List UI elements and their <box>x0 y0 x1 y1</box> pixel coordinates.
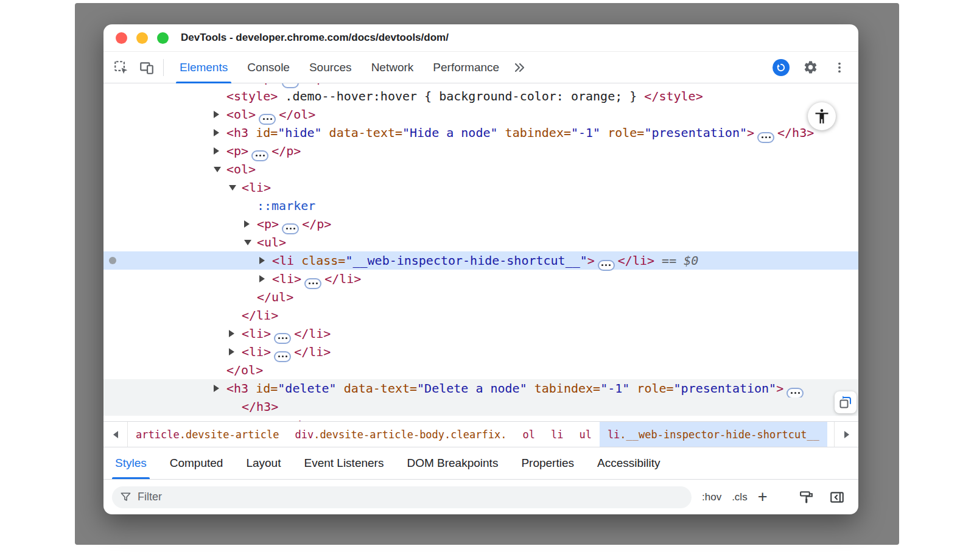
expand-arrow-icon[interactable] <box>259 275 265 282</box>
inline-expand-button[interactable] <box>274 351 291 362</box>
expand-arrow-icon[interactable] <box>214 111 219 118</box>
dom-tree-row[interactable]: <style> .demo--hover:hover { background-… <box>103 87 858 105</box>
dom-tree-row[interactable]: </ol> <box>103 361 858 379</box>
expand-arrow-icon[interactable] <box>229 348 234 355</box>
new-style-rule-button[interactable]: + <box>758 489 768 505</box>
dom-tree-row[interactable]: </li> <box>103 306 858 324</box>
breadcrumb-item-li[interactable]: li.__web-inspector-hide-shortcut__ <box>600 422 827 447</box>
dom-tree-row-selected[interactable]: <li class="__web-inspector-hide-shortcut… <box>103 251 858 270</box>
ellipsis-dots-icon <box>282 337 284 339</box>
tab-properties[interactable]: Properties <box>510 447 586 479</box>
tab-event-listeners[interactable]: Event Listeners <box>292 447 395 479</box>
breadcrumb-item-article[interactable]: article.devsite-article <box>128 422 287 447</box>
dom-tree-row[interactable]: <li></li> <box>103 270 858 288</box>
breadcrumb-bar: article.devsite-articlediv.devsite-artic… <box>103 422 858 447</box>
dom-tree-row[interactable]: <li></li> <box>103 324 858 343</box>
dom-tree-row[interactable]: </h3> <box>103 397 858 416</box>
elements-dom-tree: <p></p><style> .demo--hover:hover { back… <box>103 83 858 422</box>
dom-tree-row[interactable]: <li> <box>103 178 858 197</box>
panel-tab-console[interactable]: Console <box>237 52 300 83</box>
zoom-window-button[interactable] <box>157 32 169 44</box>
kebab-menu-icon[interactable] <box>829 57 850 78</box>
toggle-element-state-button[interactable]: :hov <box>702 491 721 503</box>
ellipsis-dots-icon <box>605 264 607 266</box>
toolbar-left-icons <box>111 57 157 78</box>
dom-tree-row[interactable]: <h3 id="delete" data-text="Delete a node… <box>103 379 858 397</box>
inline-expand-button[interactable] <box>251 150 268 161</box>
expand-arrow-icon[interactable] <box>229 330 234 337</box>
ellipsis-dots-icon <box>282 355 284 357</box>
panel-tab-elements[interactable]: Elements <box>170 52 237 83</box>
panel-tab-strip: ElementsConsoleSourcesNetworkPerformance <box>170 52 509 83</box>
minimize-window-button[interactable] <box>136 32 148 44</box>
device-toolbar-icon[interactable] <box>136 57 157 78</box>
dom-tree-lines: <p></p><style> .demo--hover:hover { back… <box>103 83 858 422</box>
collapse-arrow-icon[interactable] <box>229 185 236 191</box>
expand-arrow-icon[interactable] <box>214 129 219 136</box>
breadcrumb-item-li[interactable]: li <box>543 422 571 447</box>
dom-tree-row[interactable]: <p></p> <box>103 215 858 233</box>
more-panels-icon[interactable] <box>509 57 530 78</box>
selected-node-marker-dot <box>109 257 116 264</box>
styles-filter-bar: Filter :hov .cls + <box>103 480 858 514</box>
breadcrumb-scroll-right-button[interactable] <box>834 422 858 447</box>
inline-expand-button[interactable] <box>282 223 299 234</box>
close-window-button[interactable] <box>116 32 127 44</box>
inline-expand-button[interactable] <box>259 114 276 125</box>
expand-arrow-icon[interactable] <box>214 147 219 155</box>
panel-tab-network[interactable]: Network <box>362 52 424 83</box>
tab-accessibility[interactable]: Accessibility <box>586 447 671 479</box>
dom-tree-row[interactable]: <ol> <box>103 160 858 178</box>
tab-dom-breakpoints[interactable]: DOM Breakpoints <box>395 447 510 479</box>
dom-tree-row[interactable]: <p></p> <box>103 416 858 422</box>
inspect-icon[interactable] <box>111 57 131 78</box>
dom-tree-row[interactable]: </ul> <box>103 288 858 306</box>
expand-arrow-icon[interactable] <box>229 421 234 422</box>
tab-computed[interactable]: Computed <box>158 447 235 479</box>
toolbar-right-icons <box>771 57 850 78</box>
tab-layout[interactable]: Layout <box>234 447 292 479</box>
settings-gear-icon[interactable] <box>800 57 821 78</box>
breadcrumb-scroll-left-button[interactable] <box>103 422 128 447</box>
dom-tree-row[interactable]: <ol></ol> <box>103 105 858 124</box>
title-bar: DevTools - developer.chrome.com/docs/dev… <box>103 24 858 52</box>
ellipsis-dots-icon <box>765 136 767 138</box>
sidebar-toggle-icon[interactable] <box>827 487 847 508</box>
inline-expand-button[interactable] <box>274 333 291 344</box>
screenshot-background: DevTools - developer.chrome.com/docs/dev… <box>75 3 899 545</box>
tab-styles[interactable]: Styles <box>103 447 158 479</box>
devtools-toolbar: ElementsConsoleSourcesNetworkPerformance <box>103 52 858 83</box>
collapse-arrow-icon[interactable] <box>214 167 221 172</box>
expand-arrow-icon[interactable] <box>244 220 250 228</box>
element-classes-button[interactable]: .cls <box>732 491 748 503</box>
breadcrumb-item-ol[interactable]: ol <box>514 422 542 447</box>
filter-bar-icons <box>796 487 847 508</box>
window-controls <box>116 32 169 44</box>
sync-icon[interactable] <box>771 57 791 78</box>
scroll-into-view-icon <box>838 395 853 410</box>
dom-tree-row[interactable]: ::marker <box>103 197 858 215</box>
styles-filter-input[interactable]: Filter <box>112 486 692 508</box>
dom-tree-row[interactable]: <ul> <box>103 233 858 251</box>
filter-funnel-icon <box>120 491 131 503</box>
panel-tab-sources[interactable]: Sources <box>300 52 362 83</box>
window-title: DevTools - developer.chrome.com/docs/dev… <box>181 32 449 44</box>
inline-expand-button[interactable] <box>757 132 774 143</box>
dom-tree-row[interactable]: <h3 id="hide" data-text="Hide a node" ta… <box>103 124 858 142</box>
expand-arrow-icon[interactable] <box>214 385 219 392</box>
paint-roller-icon[interactable] <box>796 487 816 508</box>
dom-tree-row[interactable]: <p></p> <box>103 142 858 160</box>
inline-expand-button[interactable] <box>787 388 804 399</box>
panel-tab-performance[interactable]: Performance <box>423 52 509 83</box>
accessibility-button[interactable] <box>808 102 836 130</box>
breadcrumb-item-div[interactable]: div.devsite-article-body.clearfix. <box>287 422 514 447</box>
breadcrumb-item-ul[interactable]: ul <box>571 422 599 447</box>
collapse-arrow-icon[interactable] <box>244 240 251 245</box>
inline-expand-button[interactable] <box>598 260 615 271</box>
ellipsis-dots-icon <box>290 228 292 229</box>
dom-tree-row[interactable]: <li></li> <box>103 343 858 361</box>
scroll-into-view-button[interactable] <box>835 391 857 413</box>
expand-arrow-icon[interactable] <box>259 257 265 264</box>
inline-expand-button[interactable] <box>304 278 321 289</box>
ellipsis-dots-icon <box>794 392 796 394</box>
